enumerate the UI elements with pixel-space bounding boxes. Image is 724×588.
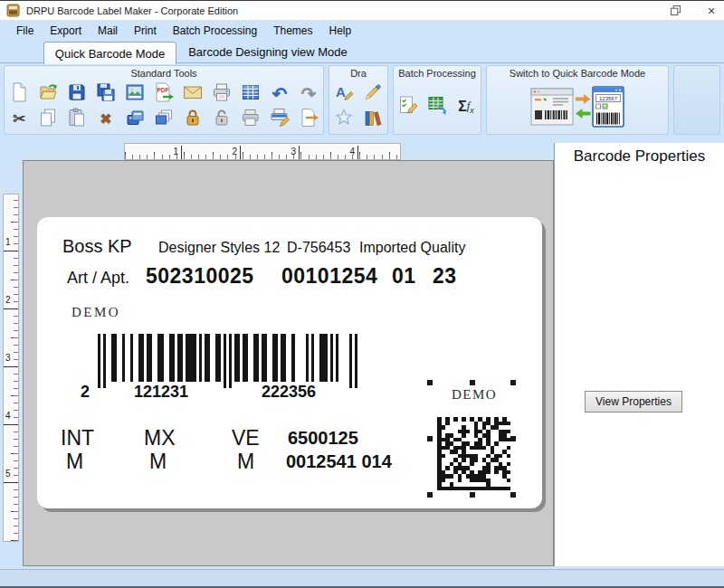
excel-import-icon xyxy=(426,94,448,119)
toolbar: Standard ToolsPDF↶↷✂✖DraABatch Processin… xyxy=(0,63,724,137)
label-art-number[interactable]: 502310025 xyxy=(146,264,254,289)
size-field-code[interactable]: INT xyxy=(61,426,94,450)
label-art-caption[interactable]: Art / Apt. xyxy=(67,269,129,288)
label-col-number[interactable]: 01 xyxy=(392,264,416,289)
export-pdf-button[interactable]: PDF xyxy=(152,82,176,106)
send-to-back-button[interactable] xyxy=(152,108,176,131)
menu-themes[interactable]: Themes xyxy=(265,24,320,37)
print-icon xyxy=(211,81,233,107)
menu-export[interactable]: Export xyxy=(42,24,90,37)
menu-print[interactable]: Print xyxy=(126,24,165,37)
copy-button[interactable] xyxy=(36,108,60,131)
selection-handle[interactable] xyxy=(470,492,475,498)
delete-button[interactable]: ✖ xyxy=(94,108,118,131)
order-number[interactable]: 6500125 xyxy=(288,428,358,449)
view-properties-button[interactable]: View Properties xyxy=(585,391,682,413)
print-button[interactable] xyxy=(210,82,233,106)
lock-button[interactable] xyxy=(181,108,205,131)
demo-watermark: DEMO xyxy=(71,305,120,320)
print-preview-button[interactable] xyxy=(239,108,262,131)
unlock-icon xyxy=(211,107,233,132)
print-properties-button[interactable] xyxy=(268,108,291,131)
open-file-button[interactable] xyxy=(36,82,60,106)
size-field-code[interactable]: VE xyxy=(232,426,260,450)
selection-handle[interactable] xyxy=(427,436,433,441)
formula-button[interactable]: Σfx xyxy=(454,95,478,119)
new-document-icon xyxy=(8,81,30,107)
size-field-value[interactable]: M xyxy=(237,450,254,474)
open-file-icon xyxy=(37,81,59,107)
datamatrix-demo-watermark: DEMO xyxy=(437,387,511,403)
barcode-label[interactable]: Boss KP Designer Styles 12 D-756453 Impo… xyxy=(37,217,542,508)
redo-icon: ↷ xyxy=(301,85,317,103)
menu-mail[interactable]: Mail xyxy=(90,24,126,37)
text-art-button[interactable]: A xyxy=(332,82,356,106)
save-button[interactable] xyxy=(65,82,89,106)
size-field-value[interactable]: M xyxy=(149,450,167,474)
toolbar-group-switch-to-quick-barcode-mode: Switch to Quick Barcode Mode123567 xyxy=(486,65,669,135)
exit-button[interactable] xyxy=(297,108,320,131)
tab-barcode-designing-view-mode[interactable]: Barcode Designing view Mode xyxy=(181,42,355,62)
selection-handle[interactable] xyxy=(510,380,516,385)
email-icon xyxy=(182,81,204,107)
ean-digits-left: 121231 xyxy=(134,383,188,402)
properties-panel-title: Barcode Properties xyxy=(555,147,724,166)
design-canvas[interactable]: Boss KP Designer Styles 12 D-756453 Impo… xyxy=(23,160,554,566)
svg-text:PDF: PDF xyxy=(157,87,169,93)
status-bar xyxy=(0,569,724,586)
label-style-text[interactable]: Designer Styles 12 xyxy=(158,240,280,256)
article-number[interactable]: 0012541 014 xyxy=(286,451,392,472)
label-size-number[interactable]: 23 xyxy=(433,264,457,289)
label-brand-text[interactable]: Boss KP xyxy=(62,236,132,257)
close-button[interactable]: × xyxy=(704,4,719,18)
insert-table-button[interactable] xyxy=(239,82,262,106)
selection-handle[interactable] xyxy=(427,380,433,385)
unlock-button[interactable] xyxy=(210,108,233,131)
size-field-code[interactable]: MX xyxy=(144,426,176,450)
menu-help[interactable]: Help xyxy=(320,24,359,37)
menu-bar: FileExportMailPrintBatch ProcessingTheme… xyxy=(0,21,724,41)
title-bar: DRPU Barcode Label Maker - Corporate Edi… xyxy=(0,1,724,21)
selection-handle[interactable] xyxy=(470,380,475,385)
paste-button[interactable] xyxy=(65,108,89,131)
shape-star-icon xyxy=(333,107,355,132)
restore-button[interactable] xyxy=(668,4,682,18)
undo-button[interactable]: ↶ xyxy=(268,82,291,106)
arrange-copies-button[interactable] xyxy=(123,108,147,131)
restore-icon xyxy=(671,5,681,15)
batch-edit-button[interactable] xyxy=(396,95,420,119)
redo-button[interactable]: ↷ xyxy=(297,82,320,106)
menu-batch-processing[interactable]: Batch Processing xyxy=(165,24,265,37)
toolbar-group-batch-processing: Batch ProcessingΣfx xyxy=(393,65,481,135)
datamatrix-barcode[interactable] xyxy=(437,417,510,490)
svg-text:123567: 123567 xyxy=(599,95,618,100)
horizontal-ruler: 1234 xyxy=(124,143,401,160)
selection-handle[interactable] xyxy=(510,492,516,498)
export-image-button[interactable] xyxy=(123,82,147,106)
excel-import-button[interactable] xyxy=(425,95,449,119)
library-button[interactable] xyxy=(361,108,385,131)
label-quality-text[interactable]: Imported Quality xyxy=(359,240,465,256)
menu-file[interactable]: File xyxy=(8,24,42,37)
pencil-button[interactable] xyxy=(361,82,385,106)
mode-switch-button[interactable]: 123567 xyxy=(529,84,626,129)
properties-panel: Barcode Properties View Properties xyxy=(554,143,724,566)
cut-button[interactable]: ✂ xyxy=(7,108,31,131)
label-design-no[interactable]: D-756453 xyxy=(287,240,350,256)
save-all-icon xyxy=(95,81,117,107)
tab-quick-barcode-mode[interactable]: Quick Barcode Mode xyxy=(43,42,176,64)
toolbar-group-label: Dra xyxy=(350,67,367,80)
ean-barcode[interactable] xyxy=(98,334,357,388)
label-batch-number[interactable]: 00101254 xyxy=(281,264,377,289)
export-pdf-icon: PDF xyxy=(153,81,175,107)
text-art-icon: A xyxy=(333,81,355,107)
delete-icon: ✖ xyxy=(100,112,111,127)
selection-handle[interactable] xyxy=(427,492,433,498)
selection-handle[interactable] xyxy=(510,436,516,441)
shape-star-button[interactable] xyxy=(332,108,356,131)
save-icon xyxy=(66,81,88,107)
size-field-value[interactable]: M xyxy=(66,450,83,474)
save-all-button[interactable] xyxy=(94,82,118,106)
email-button[interactable] xyxy=(181,82,205,106)
new-document-button[interactable] xyxy=(7,82,31,106)
